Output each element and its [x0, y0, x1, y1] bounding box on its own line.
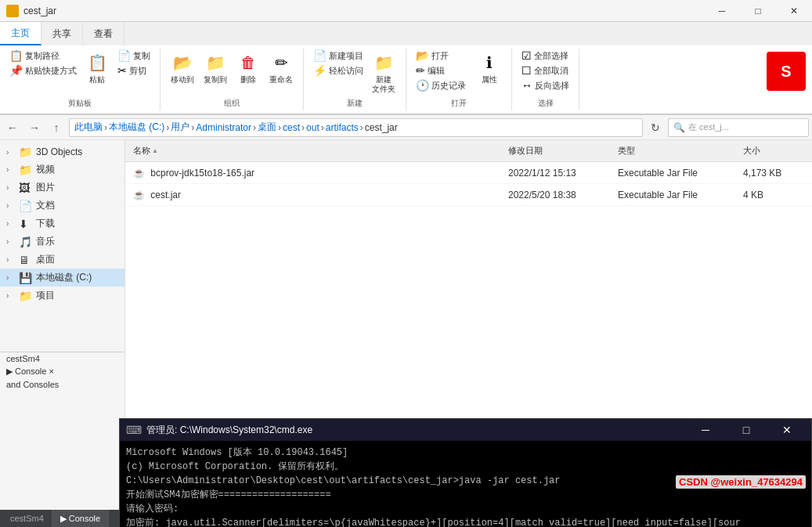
ribbon-btn-open[interactable]: 📂 打开	[413, 49, 469, 63]
breadcrumb[interactable]: 此电脑 › 本地磁盘 (C:) › 用户 › Administrator › 桌…	[69, 118, 643, 137]
sidebar-icon-local-disk: 💾	[19, 272, 33, 284]
cmd-line-1: (c) Microsoft Corporation. 保留所有权利。	[126, 460, 805, 474]
ribbon-btn-easy-access[interactable]: ⚡ 轻松访问	[310, 63, 366, 78]
sidebar-label-video: 视频	[36, 163, 55, 176]
breadcrumb-item-6[interactable]: out	[306, 122, 319, 133]
sidebar-item-video[interactable]: › 📁 视频	[0, 161, 125, 179]
ribbon-btn-history[interactable]: 🕐 历史记录	[413, 78, 469, 92]
sidebar-label-music: 音乐	[36, 235, 55, 248]
ribbon-btn-rename[interactable]: ✏ 重命名	[265, 49, 297, 86]
sidebar-label-desktop: 桌面	[36, 253, 55, 266]
ribbon-btn-select-all[interactable]: ☑ 全部选择	[518, 49, 572, 63]
nav-back-button[interactable]: ←	[3, 118, 22, 137]
breadcrumb-current: cest_jar	[365, 122, 398, 133]
sidebar-item-console[interactable]: ▶ Console ×	[0, 365, 125, 378]
sidebar-item-desktop[interactable]: › 🖥 桌面	[0, 251, 125, 269]
ide-tab-icon-console: ▶	[60, 514, 67, 524]
sidebar-item-docs[interactable]: › 📄 文档	[0, 197, 125, 215]
cmd-close-button[interactable]: ─	[687, 419, 724, 441]
sidebar: › 📁 3D Objects › 📁 视频 › 🖼 图片 › 📄 文档 › ⬇ …	[0, 140, 125, 511]
ribbon-btn-move-to[interactable]: 📂 移动到	[167, 49, 198, 86]
ide-tab-console[interactable]: ▶ Console	[52, 510, 109, 527]
sidebar-label-docs: 文档	[36, 199, 55, 212]
breadcrumb-item-2[interactable]: 用户	[171, 121, 189, 134]
cmd-icon: ⌨	[126, 424, 142, 436]
breadcrumb-item-1[interactable]: 本地磁盘 (C:)	[109, 121, 164, 134]
minimize-button[interactable]: ─	[704, 0, 740, 22]
ribbon-btn-new-folder[interactable]: 📁 新建 文件夹	[368, 49, 399, 96]
breadcrumb-item-0[interactable]: 此电脑	[74, 121, 103, 134]
cmd-line-6: 加密前: java.util.Scanner[delimiters=\p{jav…	[126, 516, 805, 527]
sidebar-item-cestsm4[interactable]: cestSm4	[0, 352, 125, 365]
ribbon-tab-home[interactable]: 主页	[0, 22, 42, 45]
nav-up-button[interactable]: ↑	[47, 118, 66, 137]
ribbon-btn-new-item[interactable]: 📄 新建项目	[310, 49, 366, 63]
ribbon-tab-share[interactable]: 共享	[42, 22, 83, 45]
nav-forward-button[interactable]: →	[25, 118, 44, 137]
search-bar[interactable]: 🔍 在 cest_j...	[668, 118, 809, 137]
ribbon-btn-cut[interactable]: ✂ 剪切	[114, 63, 153, 78]
ribbon-btn-copy-path[interactable]: 📋 复制路径	[6, 49, 80, 63]
close-button[interactable]: ✕	[776, 0, 812, 22]
title-bar-icon	[6, 5, 19, 17]
sidebar-icon-docs: 📄	[19, 200, 33, 212]
file-list-header: 名称 ▲ 修改日期 类型 大小	[125, 140, 812, 162]
title-bar-text: cest_jar	[23, 5, 56, 16]
csdn-logo: S	[767, 52, 806, 91]
ribbon-btn-copy[interactable]: 📄 复制	[114, 49, 153, 63]
ribbon-btn-edit[interactable]: ✏ 编辑	[413, 63, 469, 78]
cmd-title-text: 管理员: C:\Windows\System32\cmd.exe	[146, 424, 683, 437]
sidebar-item-music[interactable]: › 🎵 音乐	[0, 233, 125, 251]
search-icon: 🔍	[673, 122, 685, 133]
ribbon-btn-invert[interactable]: ↔ 反向选择	[518, 78, 572, 92]
watermark: CSDN @weixin_47634294	[676, 475, 806, 489]
ribbon-tab-view[interactable]: 查看	[83, 22, 125, 45]
table-row[interactable]: ☕ cest.jar 2022/5/20 18:38 Executable Ja…	[125, 184, 812, 206]
title-bar: cest_jar ─ □ ✕	[0, 0, 812, 22]
sidebar-icon-video: 📁	[19, 164, 33, 176]
col-header-type[interactable]: 类型	[613, 145, 738, 157]
ribbon-btn-delete[interactable]: 🗑 删除	[233, 49, 264, 86]
search-placeholder: 在 cest_j...	[688, 121, 729, 133]
sidebar-icon-music: 🎵	[19, 236, 33, 248]
sidebar-item-pictures[interactable]: › 🖼 图片	[0, 179, 125, 197]
cmd-titlebar[interactable]: ⌨ 管理员: C:\Windows\System32\cmd.exe ─ □ ✕	[120, 419, 811, 441]
col-header-date[interactable]: 修改日期	[503, 145, 613, 157]
col-header-size[interactable]: 大小	[738, 145, 809, 157]
cmd-line-0: Microsoft Windows [版本 10.0.19043.1645]	[126, 446, 805, 460]
sidebar-label-project: 项目	[36, 289, 55, 302]
breadcrumb-item-7[interactable]: artifacts	[326, 122, 359, 133]
file-name-0: bcprov-jdk15to18-165.jar	[150, 168, 254, 179]
sidebar-and-consoles: and Consoles	[0, 378, 125, 391]
ribbon-btn-paste[interactable]: 📋 粘贴	[81, 49, 113, 86]
sidebar-item-3d[interactable]: › 📁 3D Objects	[0, 143, 125, 161]
col-header-name[interactable]: 名称 ▲	[128, 145, 503, 157]
ribbon-btn-select-none[interactable]: ☐ 全部取消	[518, 63, 572, 78]
cmd-x-button[interactable]: ✕	[769, 419, 805, 441]
sidebar-icon-downloads: ⬇	[19, 218, 33, 230]
sidebar-label-downloads: 下载	[36, 217, 55, 230]
maximize-button[interactable]: □	[740, 0, 776, 22]
ribbon: 主页 共享 查看 📋 复制路径 📌 粘贴快捷方式 📋	[0, 22, 812, 115]
sidebar-icon-pictures: 🖼	[19, 182, 33, 194]
refresh-button[interactable]: ↻	[646, 118, 665, 137]
ribbon-btn-properties[interactable]: ℹ 属性	[474, 49, 505, 86]
sidebar-icon-3d: 📁	[19, 146, 33, 158]
breadcrumb-item-4[interactable]: 桌面	[258, 121, 276, 134]
sidebar-item-downloads[interactable]: › ⬇ 下载	[0, 215, 125, 233]
sidebar-label-local-disk: 本地磁盘 (C:)	[36, 271, 92, 284]
ide-tab-cestsm4[interactable]: cestSm4	[0, 510, 52, 527]
sidebar-label-pictures: 图片	[36, 181, 55, 194]
ribbon-btn-paste-shortcut[interactable]: 📌 粘贴快捷方式	[6, 63, 80, 78]
sidebar-item-local-disk[interactable]: › 💾 本地磁盘 (C:)	[0, 269, 125, 287]
breadcrumb-item-3[interactable]: Administrator	[196, 122, 251, 133]
sidebar-icon-desktop: 🖥	[19, 254, 33, 266]
file-icon-1: ☕	[133, 190, 145, 200]
cmd-maximize-button[interactable]: □	[728, 419, 764, 441]
sidebar-icon-project: 📁	[19, 290, 33, 302]
ribbon-btn-copy-to[interactable]: 📁 复制到	[200, 49, 231, 86]
file-icon-0: ☕	[133, 168, 145, 179]
breadcrumb-item-5[interactable]: cest	[283, 122, 300, 133]
table-row[interactable]: ☕ bcprov-jdk15to18-165.jar 2022/1/12 15:…	[125, 162, 812, 184]
sidebar-item-project[interactable]: › 📁 项目	[0, 287, 125, 305]
